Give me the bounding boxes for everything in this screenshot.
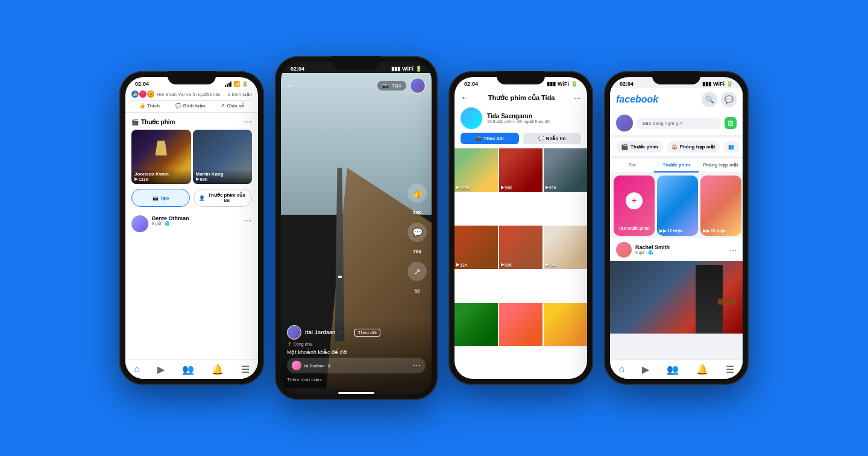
tab-thuocphim[interactable]: Thước phim bbox=[654, 159, 698, 173]
quick-rooms[interactable]: 🏠 Phòng họp mặt bbox=[667, 141, 720, 153]
battery-icon-2: 🔋 bbox=[415, 66, 422, 72]
reel-card-1[interactable]: ▶ ▶ 12 triệu bbox=[657, 176, 698, 236]
photo-story-icon[interactable]: 🖼 bbox=[725, 117, 737, 129]
nav-bell-1[interactable]: 🔔 bbox=[212, 364, 224, 375]
reel-cell-1[interactable]: ▶ 121K bbox=[454, 148, 498, 192]
more-button-3[interactable]: ··· bbox=[574, 93, 581, 103]
reels-bottom-info: Itai Jordaan ✓ · Theo dõi 📍 Công khai Mộ… bbox=[281, 319, 432, 388]
reel-icon-1: ▶ bbox=[157, 364, 165, 375]
nav-menu-1[interactable]: ☰ bbox=[241, 364, 250, 375]
nav-group-1[interactable]: 👥 bbox=[182, 364, 194, 375]
tin-label: Tin bbox=[629, 162, 636, 168]
comment-placeholder[interactable]: Thêm bình luận... bbox=[287, 377, 426, 382]
share-button[interactable]: ↗ Chia sẻ bbox=[221, 103, 244, 109]
wifi-3: WiFi bbox=[558, 81, 569, 87]
reel-views-3: ▶ 81K bbox=[546, 185, 557, 190]
reel-thumb-1[interactable]: Joonseo Kwon ▶ 121K bbox=[131, 130, 191, 184]
reel-cell-6[interactable]: ▶ 14K bbox=[544, 226, 587, 269]
like-count: 22K bbox=[413, 210, 422, 215]
comment-label: Bình luận bbox=[183, 103, 206, 109]
reel-video-area[interactable]: ← 📷 Tạo 👍 22K 💬 780 ↗ bbox=[281, 73, 432, 388]
status-icons-2: ▮▮▮ WiFi 🔋 bbox=[391, 66, 422, 72]
phonghopmat-label: Phòng họp mặt bbox=[703, 162, 738, 168]
comment-action[interactable]: 💬 bbox=[407, 223, 427, 242]
profile-avatar-3 bbox=[461, 107, 482, 129]
status-time-2: 02:04 bbox=[291, 66, 304, 72]
reels-3col-grid: ▶ 121K ▶ 90K ▶ 81K bbox=[454, 148, 587, 379]
status-icons-1: 📶 🔋 bbox=[225, 81, 248, 87]
more-button-post[interactable]: ··· bbox=[244, 215, 252, 226]
camera-icon-create: 📷 bbox=[153, 195, 159, 201]
wifi-4: WiFi bbox=[713, 81, 725, 87]
reel-card-2[interactable]: ▶ ▶ 12 triệu bbox=[700, 176, 741, 236]
comment-icon: 💬 bbox=[175, 103, 181, 109]
nav-group-4[interactable]: 👥 bbox=[667, 364, 679, 375]
person-icon: 👤 bbox=[199, 195, 205, 201]
reel-cell-8[interactable] bbox=[499, 303, 542, 346]
reaction-icons: 👍 ❤️ 😮 bbox=[131, 90, 154, 98]
nav-home-4[interactable]: ⌂ bbox=[618, 364, 624, 375]
menu-icon-4: ☰ bbox=[726, 364, 734, 375]
share-action[interactable]: ↗ bbox=[407, 262, 427, 281]
nav-bell-4[interactable]: 🔔 bbox=[696, 364, 708, 375]
message-button-3[interactable]: 💬 Nhắn tin bbox=[523, 133, 581, 144]
more-icon-2[interactable]: ··· bbox=[413, 360, 421, 371]
reel-cell-7[interactable] bbox=[454, 303, 498, 346]
nav-reel-1[interactable]: ▶ bbox=[157, 364, 165, 375]
phone-notch-4 bbox=[652, 71, 700, 84]
bottom-nav-1: ⌂ ▶ 👥 🔔 ☰ bbox=[125, 359, 258, 379]
create-reel-plus: + bbox=[626, 192, 643, 209]
back-button-2[interactable]: ← bbox=[287, 80, 297, 91]
film-icon: 🎬 bbox=[131, 119, 139, 125]
nav-home-1[interactable]: ⌂ bbox=[134, 364, 140, 375]
post-card-user: Rachel Smith 8 giờ · 🌐 bbox=[616, 242, 670, 258]
more-button-4[interactable]: ··· bbox=[729, 245, 737, 255]
profile-info-row: Tida Saengarun 16 thước phim · 6K người … bbox=[461, 107, 581, 129]
like-label: Thích bbox=[147, 103, 160, 109]
reel-cell-4[interactable]: ▶ 12K bbox=[454, 226, 498, 269]
reel-cell-2[interactable]: ▶ 90K bbox=[499, 148, 542, 192]
like-action[interactable]: 👍 bbox=[407, 183, 427, 203]
phone-2-screen: 02:04 ▮▮▮ WiFi 🔋 bbox=[281, 62, 432, 394]
post-time-4: 8 giờ · 🌐 bbox=[635, 250, 670, 255]
nav-menu-4[interactable]: ☰ bbox=[726, 364, 734, 375]
follow-icon: 🎬 bbox=[476, 136, 482, 141]
status-time-4: 02:04 bbox=[620, 81, 634, 87]
create-reel-card[interactable]: + Tạo thước phim bbox=[614, 176, 655, 236]
create-reel-button[interactable]: 📷 Tạo bbox=[131, 189, 190, 207]
nav-reel-4[interactable]: ▶ bbox=[642, 364, 649, 375]
messenger-button-4[interactable]: 💬 bbox=[721, 92, 737, 107]
my-reels-button[interactable]: 👤 Thước phim của tôi bbox=[193, 189, 252, 207]
story-input[interactable]: Bạn đang nghĩ gì? bbox=[637, 118, 721, 129]
reel-cell-3[interactable]: ▶ 81K bbox=[544, 148, 587, 192]
post-card-4: Rachel Smith 8 giờ · 🌐 ··· bbox=[610, 238, 743, 334]
wifi-icon-1: 📶 bbox=[233, 81, 240, 87]
more-button-1[interactable]: ··· bbox=[244, 116, 252, 127]
rooms-label: Phòng họp mặt bbox=[680, 144, 715, 150]
tab-tin[interactable]: Tin bbox=[610, 159, 654, 173]
follow-label-3: Theo dõi bbox=[483, 136, 503, 141]
create-row: 📷 Tạo 👤 Thước phim của tôi bbox=[125, 184, 258, 212]
back-button-3[interactable]: ← bbox=[461, 93, 469, 103]
create-top-btn[interactable]: 📷 Tạo bbox=[377, 81, 406, 90]
comment-button[interactable]: 💬 Bình luận bbox=[175, 103, 206, 109]
quick-more[interactable]: 👥 bbox=[723, 141, 739, 153]
phone-3: 02:04 ▮▮▮ WiFi 🔋 ← Thước phim của Tida ·… bbox=[448, 71, 593, 385]
like-button[interactable]: 👍 Thích bbox=[139, 103, 160, 109]
reel-cell-9[interactable] bbox=[544, 303, 587, 346]
camera-icon-2: 📷 bbox=[382, 83, 389, 89]
reel-thumb-2[interactable]: Martin Kang ▶ 88K bbox=[193, 130, 253, 184]
follow-button-3[interactable]: 🎬 Theo dõi bbox=[461, 133, 519, 144]
reel-cell-5[interactable]: ▶ 80K bbox=[499, 226, 542, 269]
wifi-icon-2: WiFi bbox=[402, 66, 414, 72]
home-icon-4: ⌂ bbox=[618, 364, 624, 375]
reel-card-views-1: ▶ ▶ 12 triệu bbox=[659, 229, 682, 233]
quick-reels[interactable]: 🎬 Thước phim bbox=[616, 141, 663, 153]
search-button-4[interactable]: 🔍 bbox=[702, 92, 717, 107]
profile-nav: ← Thước phim của Tida ··· bbox=[461, 93, 581, 103]
verified-icon: ✓ bbox=[339, 330, 344, 335]
reel-views-6: ▶ 14K bbox=[546, 262, 557, 267]
reels-grid-1: Joonseo Kwon ▶ 121K Martin Kang ▶ bbox=[125, 130, 258, 184]
follow-button-2[interactable]: Theo dõi bbox=[354, 329, 380, 337]
tab-phonghopmat[interactable]: Phòng họp mặt bbox=[699, 159, 743, 173]
